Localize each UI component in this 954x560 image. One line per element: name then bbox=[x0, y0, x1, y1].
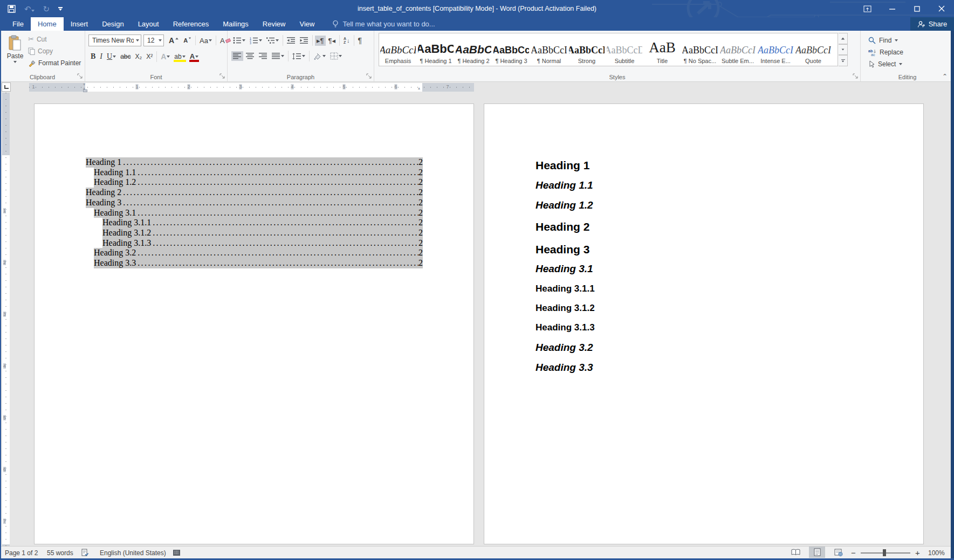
clipboard-dialog-launcher[interactable] bbox=[77, 73, 83, 79]
align-right-button[interactable] bbox=[257, 51, 269, 61]
tab-layout[interactable]: Layout bbox=[131, 17, 166, 31]
borders-button[interactable] bbox=[328, 51, 344, 61]
document-heading[interactable]: Heading 3.1.2 bbox=[536, 303, 595, 314]
font-dialog-launcher[interactable] bbox=[219, 73, 225, 79]
styles-scroll-up-button[interactable] bbox=[839, 33, 848, 44]
tab-file[interactable]: File bbox=[5, 17, 31, 31]
page-2[interactable]: Heading 1 Heading 1.1 Heading 1.2 Headin… bbox=[484, 103, 924, 544]
style-heading-1[interactable]: AaBbC ¶ Heading 1 bbox=[417, 33, 455, 66]
grow-font-button[interactable]: A bbox=[167, 34, 181, 46]
left-to-right-button[interactable]: ▸¶ bbox=[315, 36, 326, 46]
replace-button[interactable]: ab ac Replace bbox=[868, 47, 903, 58]
document-heading[interactable]: Heading 3.3 bbox=[536, 362, 593, 374]
close-button[interactable] bbox=[929, 0, 954, 17]
left-indent-marker[interactable] bbox=[83, 89, 87, 92]
zoom-slider-thumb[interactable] bbox=[883, 549, 886, 556]
subscript-button[interactable]: X₂ bbox=[134, 51, 144, 63]
font-name-combobox[interactable]: Times New Ro bbox=[88, 34, 141, 46]
styles-more-button[interactable] bbox=[839, 55, 848, 66]
styles-dialog-launcher[interactable] bbox=[853, 73, 859, 79]
align-center-button[interactable] bbox=[244, 51, 256, 61]
share-button[interactable]: Share bbox=[910, 17, 954, 31]
tab-references[interactable]: References bbox=[166, 17, 216, 31]
style-emphasis[interactable]: AaBbCcI Emphasis bbox=[379, 33, 417, 66]
toc-entry[interactable]: Heading 3...............................… bbox=[86, 198, 423, 208]
highlight-color-button[interactable]: ab bbox=[173, 51, 187, 63]
style-strong[interactable]: AaBbCcI Strong bbox=[568, 33, 606, 66]
paste-button[interactable]: Paste bbox=[3, 33, 28, 72]
word-count[interactable]: 55 words bbox=[47, 547, 73, 559]
tab-mailings[interactable]: Mailings bbox=[216, 17, 256, 31]
collapse-ribbon-icon[interactable]: ⌃ bbox=[942, 73, 948, 80]
tell-me-box[interactable]: Tell me what you want to do... bbox=[332, 17, 435, 31]
proofing-status-icon[interactable] bbox=[81, 547, 89, 559]
style-intense-emphasis[interactable]: AaBbCcI Intense E... bbox=[757, 33, 794, 66]
text-effects-button[interactable]: A bbox=[159, 51, 171, 63]
bold-button[interactable]: B bbox=[89, 51, 97, 63]
toc-entry[interactable]: Heading 3.1.2...........................… bbox=[102, 228, 423, 238]
horizontal-ruler[interactable]: 1 1 2 3 4 5 6 7 ▾ ▴ ▴ bbox=[29, 83, 474, 92]
style-no-spacing[interactable]: AaBbCcI ¶ No Spac... bbox=[681, 33, 719, 66]
tab-home[interactable]: Home bbox=[31, 17, 64, 31]
document-heading[interactable]: Heading 3 bbox=[536, 243, 589, 255]
style-title[interactable]: AaB Title bbox=[643, 33, 681, 66]
font-size-combobox[interactable]: 12 bbox=[143, 34, 164, 46]
read-mode-button[interactable] bbox=[787, 547, 804, 558]
document-heading[interactable]: Heading 1 bbox=[536, 159, 589, 171]
tab-selector[interactable] bbox=[2, 82, 11, 92]
underline-button[interactable]: U bbox=[105, 51, 118, 63]
toc-entry[interactable]: Heading 1.1.............................… bbox=[94, 168, 423, 178]
align-left-button[interactable] bbox=[231, 51, 243, 61]
decrease-indent-button[interactable] bbox=[285, 35, 297, 46]
tab-design[interactable]: Design bbox=[95, 17, 131, 31]
minimize-button[interactable] bbox=[880, 0, 904, 17]
document-heading[interactable]: Heading 2 bbox=[536, 220, 589, 233]
toc-entry[interactable]: Heading 3.2.............................… bbox=[94, 248, 423, 258]
zoom-in-button[interactable]: + bbox=[915, 547, 920, 559]
right-indent-marker[interactable]: ▴ bbox=[418, 86, 420, 91]
italic-button[interactable]: I bbox=[98, 51, 104, 63]
numbering-button[interactable]: 1 2 3 bbox=[248, 35, 264, 46]
change-case-button[interactable]: Aa bbox=[198, 34, 214, 46]
increase-indent-button[interactable] bbox=[298, 35, 310, 46]
shading-button[interactable] bbox=[312, 51, 327, 61]
show-formatting-marks-button[interactable]: ¶ bbox=[356, 35, 364, 46]
select-button[interactable]: Select bbox=[868, 59, 902, 70]
page-indicator[interactable]: Page 1 of 2 bbox=[5, 547, 38, 559]
styles-scroll-down-button[interactable] bbox=[839, 44, 848, 56]
font-color-button[interactable]: A bbox=[188, 51, 200, 63]
maximize-button[interactable] bbox=[904, 0, 929, 17]
style-subtitle[interactable]: AaBbCcD Subtitle bbox=[606, 33, 643, 66]
language-indicator[interactable]: English (United States) bbox=[100, 547, 166, 559]
right-to-left-button[interactable]: ¶◂ bbox=[327, 36, 338, 46]
shrink-font-button[interactable]: A bbox=[182, 34, 193, 46]
document-heading[interactable]: Heading 3.1.3 bbox=[536, 323, 595, 333]
vertical-ruler[interactable]: 1 2 3 4 5 6 7 bbox=[2, 93, 10, 546]
document-heading[interactable]: Heading 3.1 bbox=[536, 264, 593, 275]
document-heading[interactable]: Heading 3.2 bbox=[536, 342, 593, 354]
toc-entry[interactable]: Heading 3.3.............................… bbox=[94, 258, 423, 268]
zoom-out-button[interactable]: − bbox=[851, 547, 856, 559]
style-quote[interactable]: AaBbCcI Quote bbox=[794, 33, 832, 66]
web-layout-button[interactable] bbox=[831, 547, 847, 558]
strikethrough-button[interactable]: abc bbox=[119, 51, 132, 63]
bullets-button[interactable] bbox=[231, 35, 247, 46]
document-heading[interactable]: Heading 3.1.1 bbox=[536, 284, 595, 294]
ribbon-display-options-button[interactable] bbox=[855, 0, 880, 17]
tab-review[interactable]: Review bbox=[256, 17, 293, 31]
style-normal[interactable]: AaBbCcI ¶ Normal bbox=[530, 33, 568, 66]
toc-entry[interactable]: Heading 3.1.............................… bbox=[94, 208, 423, 218]
toc-entry[interactable]: Heading 1.2.............................… bbox=[94, 177, 423, 188]
multilevel-list-button[interactable] bbox=[265, 35, 280, 46]
tab-insert[interactable]: Insert bbox=[64, 17, 95, 31]
toc-entry[interactable]: Heading 3.1.3...........................… bbox=[102, 238, 423, 248]
macro-recording-icon[interactable] bbox=[173, 547, 181, 559]
style-heading-3[interactable]: AaBbCc ¶ Heading 3 bbox=[492, 33, 530, 66]
page-1[interactable]: Heading 1...............................… bbox=[34, 103, 474, 544]
toc-entry[interactable]: Heading 3.1.1...........................… bbox=[102, 218, 423, 228]
justify-button[interactable] bbox=[270, 51, 286, 61]
cut-button[interactable]: ✂ Cut bbox=[28, 34, 81, 44]
toc-entry[interactable]: Heading 2...............................… bbox=[86, 188, 423, 198]
document-heading[interactable]: Heading 1.1 bbox=[536, 180, 593, 191]
tab-view[interactable]: View bbox=[292, 17, 321, 31]
